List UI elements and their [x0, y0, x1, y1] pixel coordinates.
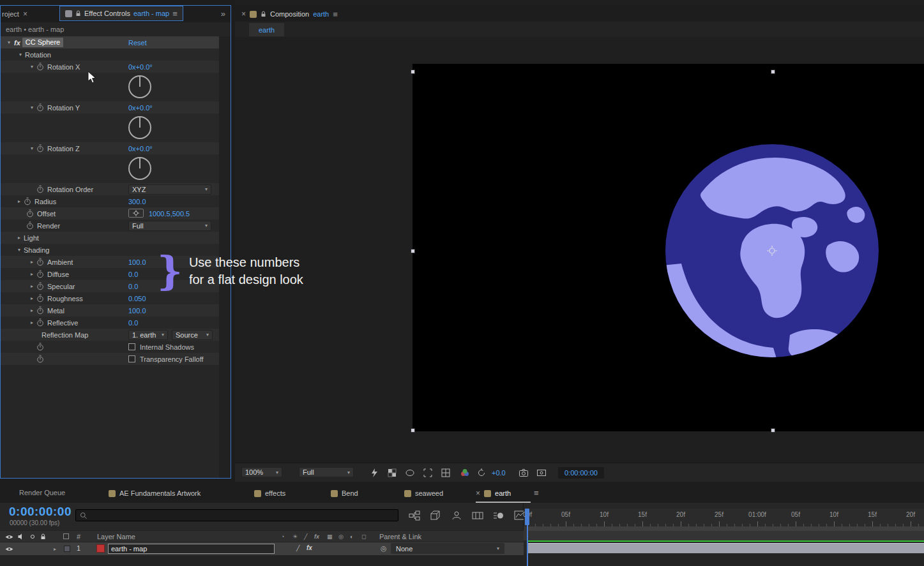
twirl-icon[interactable]: ▾: [15, 247, 24, 253]
shy-icon[interactable]: ◔: [281, 533, 284, 540]
rotation-y-value[interactable]: 0x+0.0°: [128, 104, 153, 112]
ec-row-transparency-falloff[interactable]: Transparency Falloff: [1, 353, 219, 365]
selection-handle[interactable]: [771, 428, 775, 433]
ec-row-render[interactable]: Render Full ▾: [1, 220, 219, 232]
layer-anchor-point[interactable]: [767, 246, 777, 256]
rotation-order-dropdown[interactable]: XYZ ▾: [128, 184, 211, 195]
stopwatch-icon[interactable]: [36, 258, 44, 266]
twirl-icon[interactable]: ▸: [27, 295, 36, 301]
frame-blend-icon[interactable]: ▦: [327, 533, 333, 540]
grid-guides-icon[interactable]: [441, 468, 451, 478]
hide-shy-layers-icon[interactable]: [451, 510, 462, 521]
twirl-icon[interactable]: ▾: [27, 105, 36, 110]
quality-toggle-icon[interactable]: ╱: [296, 545, 299, 551]
twirl-icon[interactable]: ▸: [27, 259, 36, 265]
time-ruler[interactable]: 00f 05f 10f 15f 20f 25f 01:00f 05f 10f 1…: [524, 509, 924, 526]
panel-menu-icon[interactable]: ≡: [172, 9, 178, 19]
effect-name[interactable]: CC Sphere: [22, 38, 63, 47]
twirl-icon[interactable]: ▸: [27, 283, 36, 289]
twirl-icon[interactable]: ▾: [27, 64, 36, 70]
collapse-transformations-icon[interactable]: ☀: [292, 533, 298, 540]
stopwatch-icon[interactable]: [36, 144, 44, 153]
exposure-value[interactable]: +0.0: [492, 469, 506, 477]
ec-row-radius[interactable]: ▸ Radius 300.0: [1, 195, 219, 207]
motion-blur-icon[interactable]: ◎: [338, 533, 344, 540]
stopwatch-icon[interactable]: [36, 343, 44, 351]
rotation-x-value[interactable]: 0x+0.0°: [128, 63, 153, 71]
tab-ae-fundamentals-artwork[interactable]: AE Fundamentals Artwork: [109, 486, 201, 500]
resolution-dropdown[interactable]: Full ▾: [299, 467, 354, 477]
ec-row-rotation-order[interactable]: Rotation Order XYZ ▾: [1, 183, 219, 195]
quality-icon[interactable]: ╱: [304, 533, 307, 540]
rotation-y-dial[interactable]: [128, 116, 151, 139]
playhead-line[interactable]: [527, 509, 528, 566]
ec-row-reflective[interactable]: ▸ Reflective 0.0: [1, 317, 219, 329]
panel-menu-icon[interactable]: ≡: [534, 488, 539, 498]
roughness-value[interactable]: 0.050: [128, 295, 146, 302]
mask-visibility-icon[interactable]: [405, 468, 415, 478]
three-d-layer-icon[interactable]: ◻: [361, 533, 366, 540]
tab-composition[interactable]: × Composition earth ≡: [241, 7, 338, 21]
reflection-map-source-dropdown[interactable]: Source ▾: [172, 330, 213, 340]
close-icon[interactable]: ×: [476, 489, 480, 498]
zoom-dropdown[interactable]: 100% ▾: [241, 467, 282, 477]
stopwatch-icon[interactable]: [36, 355, 44, 363]
tab-project[interactable]: roject ×: [2, 7, 57, 21]
fx-icon[interactable]: fx: [314, 533, 319, 540]
ec-row-rotation-x[interactable]: ▾ Rotation X 0x+0.0°: [1, 61, 219, 73]
region-of-interest-icon[interactable]: [423, 468, 433, 478]
twirl-icon[interactable]: ▸: [15, 235, 24, 241]
ec-row-rotation-z[interactable]: ▾ Rotation Z 0x+0.0°: [1, 142, 219, 154]
twirl-icon[interactable]: ▸: [15, 198, 24, 204]
panel-menu-icon[interactable]: ≡: [333, 10, 338, 19]
stopwatch-icon[interactable]: [36, 270, 44, 278]
show-snapshot-icon[interactable]: [536, 468, 547, 478]
audio-icon[interactable]: [18, 533, 24, 540]
diffuse-value[interactable]: 0.0: [128, 271, 138, 278]
rotation-z-dial[interactable]: [128, 157, 151, 180]
tab-effect-controls[interactable]: Effect Controls earth - map ≡: [59, 6, 183, 21]
comp-mini-flowchart-icon[interactable]: [409, 510, 420, 521]
fx-toggle-icon[interactable]: fx: [307, 544, 312, 551]
reset-exposure-icon[interactable]: [476, 468, 487, 478]
frame-blending-icon[interactable]: [472, 510, 483, 521]
tab-effects[interactable]: effects: [254, 486, 285, 500]
layer-duration-bar[interactable]: [527, 543, 924, 553]
selection-handle[interactable]: [771, 70, 775, 74]
tab-earth[interactable]: × earth: [476, 486, 511, 500]
selection-handle[interactable]: [411, 428, 415, 433]
show-channel-icon[interactable]: [460, 468, 470, 478]
stopwatch-icon[interactable]: [36, 294, 44, 302]
twirl-icon[interactable]: ▾: [16, 52, 25, 57]
twirl-icon[interactable]: ▾: [4, 40, 13, 45]
timeline-timecode[interactable]: 0:00:00:00: [9, 505, 72, 519]
ambient-value[interactable]: 100.0: [128, 258, 146, 266]
layer-twirl-icon[interactable]: ▸: [54, 546, 56, 552]
composition-canvas[interactable]: [413, 64, 924, 431]
tab-overflow-icon[interactable]: »: [221, 9, 225, 19]
ec-row-light[interactable]: ▸ Light: [1, 232, 219, 244]
ec-row-roughness[interactable]: ▸ Roughness 0.050: [1, 292, 219, 304]
tab-bend[interactable]: Bend: [331, 486, 358, 500]
layer-label-color[interactable]: [64, 546, 70, 552]
lock-icon[interactable]: [40, 533, 46, 540]
reset-link[interactable]: Reset: [128, 39, 147, 47]
twirl-icon[interactable]: ▾: [27, 145, 36, 151]
ec-row-offset[interactable]: Offset 1000.5,500.5: [1, 207, 219, 220]
parent-pickwhip-icon[interactable]: ◎: [381, 544, 387, 553]
draft-3d-icon[interactable]: [430, 510, 441, 521]
stopwatch-icon[interactable]: [36, 282, 44, 290]
twirl-icon[interactable]: ▸: [27, 320, 36, 325]
stopwatch-icon[interactable]: [26, 221, 34, 230]
timeline-search-input[interactable]: [91, 512, 394, 519]
ec-row-internal-shadows[interactable]: Internal Shadows: [1, 341, 219, 353]
ec-row-reflection-map[interactable]: Reflection Map 1. earth ▾ Source ▾: [1, 329, 219, 341]
stopwatch-icon[interactable]: [26, 209, 34, 218]
radius-value[interactable]: 300.0: [128, 198, 146, 205]
internal-shadows-checkbox[interactable]: [128, 343, 135, 350]
comp-navigator-tab-earth[interactable]: earth: [249, 23, 284, 36]
stopwatch-icon[interactable]: [36, 306, 44, 315]
transparency-grid-icon[interactable]: [387, 468, 397, 478]
stopwatch-icon[interactable]: [36, 103, 44, 112]
specular-value[interactable]: 0.0: [128, 283, 138, 290]
